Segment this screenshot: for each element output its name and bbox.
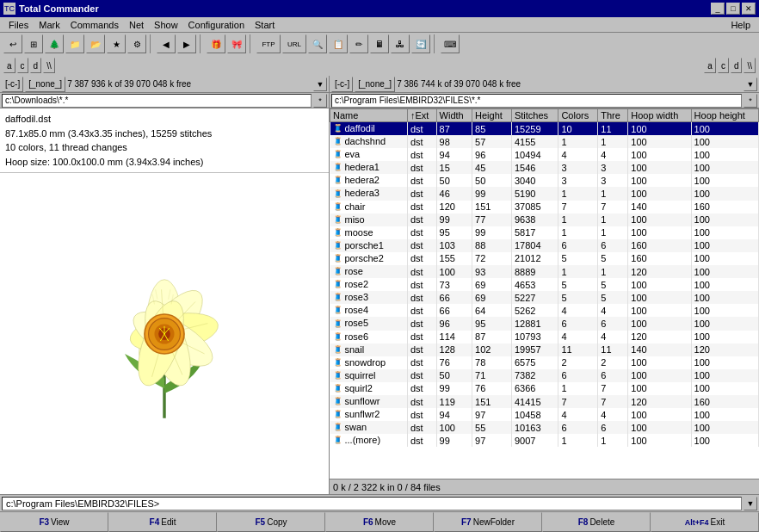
toolbar-copy-gift[interactable]: 🎁 xyxy=(207,34,225,53)
table-row[interactable]: 🧵rosedst10093888911120100 xyxy=(330,265,759,278)
col-thre[interactable]: Thre xyxy=(598,109,628,122)
file-hoopw-cell: 140 xyxy=(628,343,691,356)
table-row[interactable]: 🧵rose5dst96951288166100100 xyxy=(330,317,759,330)
table-row[interactable]: 🧵squirreldst5071738266100100 xyxy=(330,369,759,382)
table-row[interactable]: 🧵swandst100551016366100100 xyxy=(330,421,759,434)
menu-start[interactable]: Start xyxy=(250,19,280,31)
drive-c-right[interactable]: c xyxy=(718,58,729,73)
drive-a-right[interactable]: a xyxy=(704,58,716,73)
f3-view-button[interactable]: F3 View xyxy=(0,512,108,532)
col-height[interactable]: Height xyxy=(472,109,512,122)
table-row[interactable]: 🧵porsche1dst103881780466160100 xyxy=(330,239,759,252)
menu-help[interactable]: Help xyxy=(725,19,756,31)
toolbar-terminal[interactable]: ⌨ xyxy=(441,34,460,53)
left-panel-header: [-c-] [_none_] 7 387 936 k of 39 070 048… xyxy=(0,76,329,93)
table-row[interactable]: 🧵rose3dst6669522755100100 xyxy=(330,291,759,304)
table-row[interactable]: 🧵...(more)dst9997900711100100 xyxy=(330,434,759,447)
toolbar-grid1[interactable]: ⊞ xyxy=(24,34,43,53)
toolbar-folder[interactable]: 📁 xyxy=(65,34,84,53)
col-hoop-width[interactable]: Hoop width xyxy=(628,109,691,122)
col-stitches[interactable]: Stitches xyxy=(511,109,558,122)
toolbar-search[interactable]: 🔍 xyxy=(308,34,327,53)
f8-delete-button[interactable]: F8 Delete xyxy=(542,512,651,532)
drive-c-left[interactable]: c xyxy=(17,58,28,73)
drive-backslash-right[interactable]: \\ xyxy=(744,58,756,73)
file-stitches-cell: 7382 xyxy=(511,369,558,382)
menu-show[interactable]: Show xyxy=(149,19,183,31)
left-none-select[interactable]: [_none_] xyxy=(25,77,65,92)
toolbar-url[interactable]: URL xyxy=(282,34,306,53)
cmd-input[interactable]: c:\Program Files\EMBIRD32\FILES> xyxy=(2,497,742,510)
table-row[interactable]: 🧵sunflowrdst1191514141577120160 xyxy=(330,395,759,408)
toolbar-star[interactable]: ★ xyxy=(107,34,126,53)
right-panel-menu[interactable]: ▼ xyxy=(744,77,757,91)
f6-move-button[interactable]: F6 Move xyxy=(325,512,434,532)
left-filter-btn[interactable]: * xyxy=(313,94,327,108)
toolbar-network[interactable]: 🖧 xyxy=(391,34,410,53)
table-row[interactable]: 🧵rose4dst6664526244100100 xyxy=(330,304,759,317)
file-table-container[interactable]: Name ↑Ext Width Height Stitches Colors T… xyxy=(330,108,759,479)
col-colors[interactable]: Colors xyxy=(558,109,598,122)
table-row[interactable]: 🧵sunflwr2dst94971045844100100 xyxy=(330,408,759,421)
toolbar-tree[interactable]: 🌲 xyxy=(45,34,64,53)
minimize-button[interactable]: _ xyxy=(711,3,725,15)
file-colors-cell: 4 xyxy=(558,331,598,343)
right-drive-select[interactable]: [-c-] xyxy=(331,77,353,92)
menu-mark[interactable]: Mark xyxy=(34,19,65,31)
toolbar-right[interactable]: ▶ xyxy=(177,34,196,53)
toolbar-properties[interactable]: 📋 xyxy=(329,34,348,53)
menu-net[interactable]: Net xyxy=(124,19,149,31)
toolbar-folder2[interactable]: 📂 xyxy=(86,34,105,53)
menu-files[interactable]: Files xyxy=(3,19,34,31)
close-button[interactable]: ✕ xyxy=(742,3,756,15)
f5-copy-button[interactable]: F5 Copy xyxy=(217,512,325,532)
left-panel-menu[interactable]: ▼ xyxy=(313,77,327,91)
table-row[interactable]: 🧵hedera1dst1545154633100100 xyxy=(330,161,759,174)
table-row[interactable]: 🧵hedera2dst5050304033100100 xyxy=(330,174,759,187)
table-row[interactable]: 🧵porsche2dst155722101255160100 xyxy=(330,252,759,265)
toolbar-gear[interactable]: ⚙ xyxy=(127,34,146,53)
col-hoop-height[interactable]: Hoop height xyxy=(691,109,758,122)
menu-configuration[interactable]: Configuration xyxy=(183,19,250,31)
toolbar-sync[interactable]: 🔄 xyxy=(411,34,430,53)
cmd-dropdown[interactable]: ▼ xyxy=(744,497,757,510)
menu-commands[interactable]: Commands xyxy=(65,19,124,31)
table-row[interactable]: 🧵snaildst128102199571111140120 xyxy=(330,343,759,356)
table-row[interactable]: 🧵evadst94961049444100100 xyxy=(330,148,759,161)
toolbar-back[interactable]: ↩ xyxy=(3,34,22,53)
table-row[interactable]: 🧵chairdst1201513708577140160 xyxy=(330,201,759,213)
file-width-cell: 66 xyxy=(436,304,472,317)
col-width[interactable]: Width xyxy=(436,109,472,122)
drive-d-right[interactable]: d xyxy=(731,58,743,73)
toolbar-move-gift[interactable]: 🎀 xyxy=(227,34,246,53)
table-row[interactable]: 🧵hedera3dst4699519011100100 xyxy=(330,187,759,200)
right-none-select[interactable]: [_none_] xyxy=(355,77,395,92)
maximize-button[interactable]: □ xyxy=(726,3,740,15)
table-row[interactable]: 🧵moosedst9599581711100100 xyxy=(330,226,759,239)
col-name[interactable]: Name xyxy=(330,109,408,122)
table-row[interactable]: 🧵snowdropdst7678657522100100 xyxy=(330,356,759,369)
toolbar-ftp[interactable]: FTP xyxy=(256,34,281,53)
toolbar-calc[interactable]: 🖩 xyxy=(370,34,389,53)
f4-edit-button[interactable]: F4 Edit xyxy=(108,512,217,532)
table-row[interactable]: 🧵dachshnddst9857415511100100 xyxy=(330,135,759,148)
file-height-cell: 88 xyxy=(472,239,512,252)
col-ext[interactable]: ↑Ext xyxy=(408,109,437,122)
file-colors-cell: 1 xyxy=(558,434,598,447)
table-row[interactable]: 🧵misodst9977963811100100 xyxy=(330,213,759,226)
altf4-exit-button[interactable]: Alt+F4 Exit xyxy=(651,512,759,532)
toolbar-left[interactable]: ◀ xyxy=(157,34,176,53)
right-filter-btn[interactable]: * xyxy=(744,94,757,108)
f7-newfolder-button[interactable]: F7 NewFolder xyxy=(434,512,542,532)
table-row[interactable]: 🧵daffodildst8785152591011100100 xyxy=(330,122,759,136)
drive-backslash-left[interactable]: \\ xyxy=(43,58,55,73)
toolbar-edit[interactable]: ✏ xyxy=(349,34,368,53)
left-file-area: daffodil.dst 87.1x85.0 mm (3.43x3.35 inc… xyxy=(0,108,329,494)
title-bar: TC Total Commander _ □ ✕ xyxy=(0,0,759,17)
table-row[interactable]: 🧵rose2dst7369465355100100 xyxy=(330,278,759,291)
drive-d-left[interactable]: d xyxy=(30,58,42,73)
table-row[interactable]: 🧵squirl2dst9976636617100100 xyxy=(330,382,759,395)
drive-a-left[interactable]: a xyxy=(3,58,15,73)
left-drive-select[interactable]: [-c-] xyxy=(2,77,23,92)
table-row[interactable]: 🧵rose6dst114871079344120100 xyxy=(330,331,759,343)
